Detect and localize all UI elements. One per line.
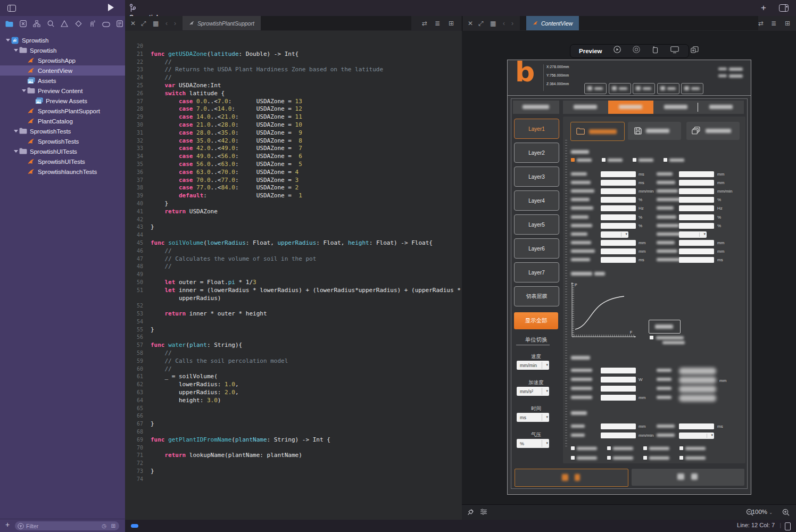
unit-dropdown[interactable]: ▾ [679,231,707,238]
radio-option[interactable] [633,158,636,162]
sidebar-item-sprowtishapp[interactable]: SprowtishApp [0,55,125,65]
header-tool-button[interactable] [633,83,655,94]
hierarchy-icon[interactable] [32,20,42,28]
device-tab-1[interactable] [563,101,608,114]
chevron-down-icon[interactable] [13,48,18,53]
param-input[interactable] [679,171,714,177]
chevron-down-icon[interactable] [13,129,18,134]
device-rotate-icon[interactable] [652,45,659,57]
panel-scroll-ruler[interactable] [565,140,567,447]
sidebar-item-sprowtishuitests[interactable]: SprowtishUITests [0,146,125,156]
header-tool-button[interactable] [584,83,607,94]
sidebar-item-preview content[interactable]: Preview Content [0,86,125,96]
param-input[interactable] [601,188,636,194]
variants-icon[interactable] [633,45,640,57]
clock-icon[interactable]: ◷ [102,523,106,529]
sidebar-item-sprowtish[interactable]: Sprowtish [0,45,125,55]
breadcrumb[interactable]: Sprowtish main [129,2,160,15]
layer-button-5[interactable]: Layer5 [514,214,559,235]
param-input[interactable] [679,257,714,263]
layer-button-2[interactable]: Layer2 [514,143,559,163]
param-input[interactable] [679,248,714,254]
unit-dropdown[interactable]: ▾ [679,433,714,439]
close-editor-icon[interactable]: ✕ [130,19,136,28]
zoom-in-icon[interactable] [782,509,790,518]
close-editor-icon[interactable]: ✕ [468,19,473,28]
layer-button-6[interactable]: Layer6 [514,238,559,259]
param-input[interactable] [601,423,636,429]
param-input[interactable] [601,386,636,392]
search-icon[interactable] [46,20,55,28]
stop-button[interactable] [632,469,744,486]
param-input[interactable] [601,197,636,203]
device-tab-4[interactable] [699,101,744,114]
header-tool-button[interactable] [609,83,631,94]
add-icon[interactable]: + [761,0,766,16]
param-input[interactable] [601,171,636,177]
param-input[interactable] [679,180,714,186]
layer-button-1[interactable]: Layer1 [514,119,559,139]
sidebar-item-contentview[interactable]: ContentView [0,65,125,76]
param-input[interactable] [679,423,714,429]
param-input[interactable] [679,188,714,194]
device-tab-2[interactable] [608,101,653,114]
param-input[interactable] [601,214,636,220]
unit-dropdown[interactable]: ▾ [601,231,628,238]
param-input[interactable] [679,223,714,229]
header-tool-button[interactable] [657,83,679,94]
param-input[interactable] [601,240,636,246]
duplicate-icon[interactable] [691,45,699,57]
device-left-tab[interactable] [513,101,559,114]
param-input[interactable] [679,240,714,246]
minimap-icon[interactable]: ≣ [435,19,440,28]
filter-field[interactable]: Filter ◷ ⊞ [15,521,119,530]
curve-value-box[interactable] [649,320,681,334]
sidebar-item-sprowtishplantsupport[interactable]: SprowtishPlantSupport [0,106,125,116]
option-checkbox[interactable] [571,456,575,460]
grid-view-icon[interactable]: ▦ [490,19,496,28]
preview-settings-icon[interactable] [480,509,487,517]
param-input[interactable] [601,257,636,263]
minimap-icon[interactable]: ≣ [771,19,776,28]
layer-extra-button[interactable]: 切表层膜 [514,286,559,306]
play-preview-icon[interactable] [613,45,621,57]
sidebar-item-preview assets[interactable]: Preview Assets [0,96,125,106]
curve-enable-checkbox[interactable] [650,336,653,339]
expand-editor-icon[interactable]: ⤢ [478,19,484,28]
header-tool-button[interactable] [681,83,703,94]
copy-process-button[interactable] [686,122,740,140]
param-input[interactable] [601,205,636,211]
sidebar-toggle-icon[interactable] [7,0,16,18]
radio-selected[interactable] [571,158,575,162]
chevron-down-icon[interactable] [21,88,26,93]
display-icon[interactable] [670,45,679,57]
swap-file-icon[interactable]: ⇄ [758,19,764,28]
breakpoint-icon[interactable] [101,20,111,28]
layer-button-3[interactable]: Layer3 [514,167,559,187]
unit-dropdown[interactable]: ms▾ [517,413,549,422]
unit-dropdown[interactable]: mm/min▾ [517,361,549,370]
chevron-down-icon[interactable] [13,149,18,154]
back-icon[interactable]: ‹ [503,19,505,28]
source-control-icon[interactable] [18,20,28,28]
forward-icon[interactable]: › [511,19,513,28]
tab-sprowtishplantsupport[interactable]: SprowtishPlantSupport [183,16,261,30]
option-checkbox[interactable] [571,446,575,450]
issues-icon[interactable] [60,20,69,28]
sidebar-item-plantcatalog[interactable]: PlantCatalog [0,116,125,126]
param-input[interactable] [601,180,636,186]
option-checkbox[interactable] [607,456,611,460]
device-tab-3[interactable] [653,101,699,114]
source-editor[interactable]: 2021func getUSDAZone(latitude: Double) -… [125,31,462,520]
add-editor-icon[interactable]: ⊞ [449,19,454,28]
start-button[interactable] [515,469,628,487]
radio-option[interactable] [664,158,667,162]
option-checkbox[interactable] [643,446,647,450]
param-input[interactable] [601,223,636,229]
param-input[interactable] [601,433,636,438]
open-file-button[interactable] [570,122,625,141]
tests-icon[interactable] [73,20,83,28]
param-input[interactable] [679,197,714,203]
radio-option[interactable] [602,158,606,162]
unit-dropdown[interactable]: %▾ [517,439,549,448]
